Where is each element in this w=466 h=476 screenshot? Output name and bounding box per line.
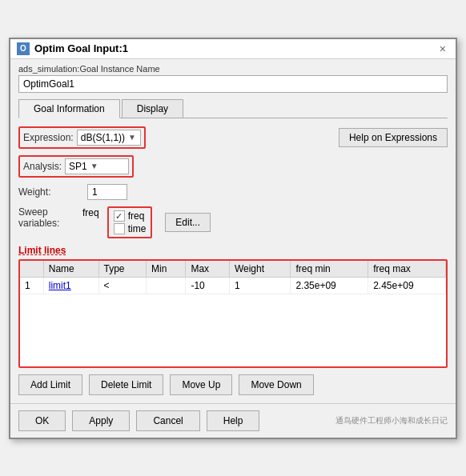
ok-button[interactable]: OK [18, 410, 66, 431]
row-name[interactable]: limit1 [43, 277, 98, 294]
title-bar: O Optim Goal Input:1 × [10, 39, 456, 59]
col-name: Name [43, 261, 98, 278]
analysis-row: Analysis: SP1 ▼ [18, 155, 448, 178]
analysis-value: SP1 [69, 161, 87, 172]
col-type: Type [98, 261, 147, 278]
expression-select[interactable]: dB(S(1,1)) ▼ [77, 130, 141, 146]
instance-label: ads_simulation:Goal Instance Name [18, 64, 448, 74]
analysis-arrow-icon: ▼ [90, 162, 98, 170]
watermark: 通鸟硬件工程师小海和成长日记 [335, 415, 448, 426]
tab-goal-information[interactable]: Goal Information [18, 99, 120, 118]
help-button[interactable]: Help [207, 410, 260, 431]
move-down-button[interactable]: Move Down [239, 374, 313, 395]
instance-section: ads_simulation:Goal Instance Name [10, 59, 456, 96]
app-icon: O [17, 42, 30, 55]
weight-input[interactable] [87, 184, 127, 200]
row-min [147, 277, 186, 294]
limit-lines-section: Limit lines Name Type Min Max Weight fre… [18, 245, 448, 395]
sweep-value: freq [82, 207, 99, 218]
analysis-outlined: Analysis: SP1 ▼ [18, 155, 134, 178]
table-row: 1 limit1 < -10 1 2.35e+09 2.45e+09 [20, 277, 446, 294]
freq-checkbox[interactable]: ✓ [114, 210, 125, 222]
time-label: time [128, 223, 147, 234]
footer-left-buttons: OK Apply Cancel Help [18, 410, 259, 431]
help-expressions-button[interactable]: Help on Expressions [339, 128, 448, 147]
sweep-checkboxes: ✓ freq time [107, 206, 153, 238]
close-button[interactable]: × [436, 42, 449, 55]
col-freq-min: freq min [291, 261, 368, 278]
edit-button[interactable]: Edit... [165, 213, 211, 232]
limit-table-wrapper: Name Type Min Max Weight freq min freq m… [18, 259, 448, 368]
time-checkbox[interactable] [114, 223, 125, 234]
main-window: O Optim Goal Input:1 × ads_simulation:Go… [9, 38, 457, 439]
time-checkbox-row: time [114, 223, 147, 234]
col-max: Max [186, 261, 229, 278]
move-up-button[interactable]: Move Up [170, 374, 232, 395]
tab-display[interactable]: Display [122, 99, 183, 118]
weight-row: Weight: [18, 184, 448, 200]
sweep-row: Sweep variables: freq ✓ freq time Edit..… [18, 206, 448, 238]
analysis-select[interactable]: SP1 ▼ [65, 158, 129, 174]
limit-lines-header: Limit lines [18, 245, 448, 256]
delete-limit-button[interactable]: Delete Limit [89, 374, 163, 395]
col-freq-max: freq max [368, 261, 446, 278]
instance-name-input[interactable] [18, 75, 448, 93]
col-min: Min [147, 261, 186, 278]
row-freq-min: 2.35e+09 [291, 277, 368, 294]
tab-bar: Goal Information Display [18, 99, 448, 118]
expression-label: Expression: [23, 132, 74, 143]
limit-table: Name Type Min Max Weight freq min freq m… [20, 261, 446, 294]
col-weight: Weight [229, 261, 291, 278]
expression-value: dB(S(1,1)) [81, 132, 125, 143]
expression-arrow-icon: ▼ [128, 133, 136, 142]
freq-label: freq [128, 210, 145, 222]
row-type: < [98, 277, 147, 294]
expression-outlined: Expression: dB(S(1,1)) ▼ [18, 126, 146, 149]
tab-content: Expression: dB(S(1,1)) ▼ Help on Express… [10, 118, 456, 403]
table-empty-space [20, 294, 446, 366]
cancel-button[interactable]: Cancel [136, 410, 199, 431]
add-limit-button[interactable]: Add Limit [18, 374, 82, 395]
analysis-label: Analysis: [23, 161, 62, 172]
sweep-label: Sweep variables: [18, 206, 82, 229]
apply-button[interactable]: Apply [72, 410, 130, 431]
footer: OK Apply Cancel Help 通鸟硬件工程师小海和成长日记 [10, 403, 456, 438]
row-freq-max: 2.45e+09 [368, 277, 446, 294]
expression-row: Expression: dB(S(1,1)) ▼ Help on Express… [18, 126, 448, 149]
row-weight: 1 [229, 277, 291, 294]
col-index [20, 261, 43, 278]
row-index: 1 [20, 277, 43, 294]
window-title: Optim Goal Input:1 [34, 42, 128, 54]
row-max: -10 [186, 277, 229, 294]
table-action-buttons: Add Limit Delete Limit Move Up Move Down [18, 374, 448, 395]
title-bar-left: O Optim Goal Input:1 [17, 42, 128, 55]
freq-checkbox-row: ✓ freq [114, 210, 147, 222]
weight-label: Weight: [18, 186, 82, 198]
